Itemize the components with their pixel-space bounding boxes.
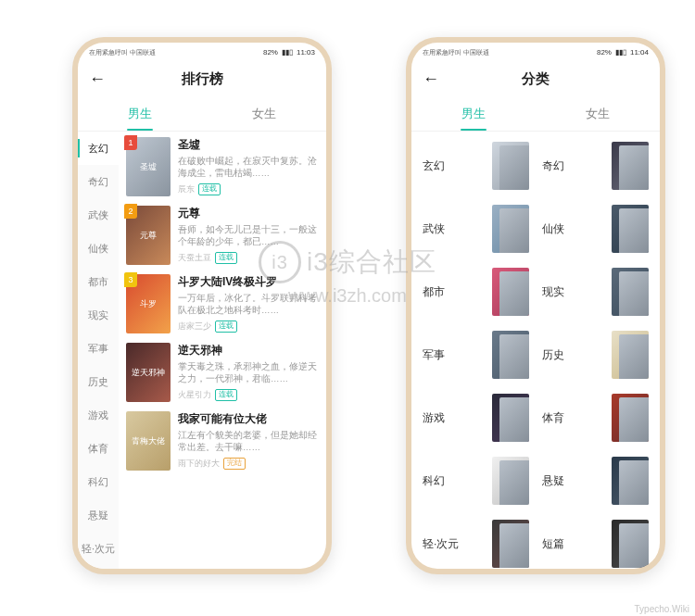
rank-badge: 3 [124, 272, 137, 287]
rank-item[interactable]: 青梅大佬 我家可能有位大佬 江左有个貌美的老婆，但是她却经常出差。去干嘛…… 雨… [126, 411, 319, 471]
category-label: 悬疑 [542, 473, 604, 489]
side-cat-item[interactable]: 仙侠 [78, 232, 119, 265]
category-cell[interactable]: 现实 [542, 267, 649, 317]
category-thumb [612, 268, 649, 316]
tab-male[interactable]: 男生 [411, 96, 536, 131]
category-cell[interactable]: 都市 [423, 267, 529, 317]
side-cat-item[interactable]: 玄幻 [78, 132, 119, 165]
tab-male[interactable]: 男生 [78, 96, 202, 131]
screen-left: 在用紧急呼叫 中国联通 82% ▮▮▯ 11:03 ← 排行榜 男生 女生 玄幻… [78, 43, 326, 569]
book-status-tag: 连载 [215, 252, 237, 263]
book-cover-wrap: 1 圣墟 [126, 137, 171, 196]
category-thumb [612, 142, 649, 190]
book-meta: 唐家三少 连载 [178, 321, 319, 333]
category-label: 玄幻 [423, 158, 485, 174]
screen-right: 在用紧急呼叫 中国联通 82% ▮▮▯ 11:04 ← 分类 男生 女生 玄幻 … [411, 43, 660, 569]
rank-item[interactable]: 2 元尊 元尊 吾师，如今无儿已是十三，一般这个年龄的少年，都已…… 天蚕土豆 … [126, 206, 319, 265]
category-thumb [492, 268, 529, 316]
book-author: 天蚕土豆 [178, 252, 211, 264]
category-thumb [612, 331, 649, 379]
category-cell[interactable]: 军事 [423, 330, 529, 380]
book-info: 我家可能有位大佬 江左有个貌美的老婆，但是她却经常出差。去干嘛…… 雨下的好大 … [178, 411, 319, 471]
book-desc: 掌天毒之珠，承邪神之血，修逆天之力，一代邪神，君临…… [178, 361, 319, 385]
category-label: 轻·次元 [423, 536, 485, 552]
category-cell[interactable]: 武侠 [423, 204, 529, 254]
side-cat-item[interactable]: 轻·次元 [78, 532, 119, 565]
category-thumb [492, 520, 529, 568]
phone-mock-right: 在用紧急呼叫 中国联通 82% ▮▮▯ 11:04 ← 分类 男生 女生 玄幻 … [406, 37, 665, 574]
side-cat-item[interactable]: 悬疑 [78, 498, 119, 532]
footer-credit: Typecho.Wiki [635, 604, 689, 614]
book-author: 火星引力 [178, 389, 211, 401]
category-label: 军事 [423, 347, 485, 363]
tab-female[interactable]: 女生 [202, 96, 326, 131]
category-label: 历史 [542, 347, 604, 363]
category-cell[interactable]: 科幻 [423, 456, 529, 506]
side-cat-item[interactable]: 游戏 [78, 398, 119, 432]
category-cell[interactable]: 短篇 [542, 519, 649, 569]
status-carrier: 在用紧急呼叫 中国联通 [89, 49, 156, 56]
back-icon[interactable]: ← [89, 69, 106, 89]
category-label: 科幻 [423, 473, 485, 489]
rank-list[interactable]: 1 圣墟 圣墟 在破败中崛起，在寂灭中复苏。沧海成尘，雷电枯竭…… 辰东 连载 [119, 132, 326, 569]
rank-item[interactable]: 逆天邪神 逆天邪神 掌天毒之珠，承邪神之血，修逆天之力，一代邪神，君临…… 火星… [126, 343, 319, 402]
category-label: 游戏 [423, 410, 485, 426]
phone-mock-left: 在用紧急呼叫 中国联通 82% ▮▮▯ 11:03 ← 排行榜 男生 女生 玄幻… [72, 37, 332, 574]
category-thumb [492, 457, 529, 505]
category-cell[interactable]: 奇幻 [542, 141, 649, 191]
category-cell[interactable]: 体育 [542, 393, 649, 443]
category-cell[interactable]: 仙侠 [542, 204, 649, 254]
book-title: 圣墟 [178, 137, 319, 153]
category-cell[interactable]: 游戏 [423, 393, 529, 443]
rank-item[interactable]: 1 圣墟 圣墟 在破败中崛起，在寂灭中复苏。沧海成尘，雷电枯竭…… 辰东 连载 [126, 137, 319, 196]
book-desc: 在破败中崛起，在寂灭中复苏。沧海成尘，雷电枯竭…… [178, 156, 319, 180]
book-author: 辰东 [178, 183, 195, 195]
category-cell[interactable]: 历史 [542, 330, 649, 380]
category-grid[interactable]: 玄幻 奇幻 武侠 仙侠 都市 现实 军事 历史 游戏 体育 科幻 悬疑 轻·次元… [411, 132, 660, 569]
status-right: 82% ▮▮▯ 11:03 [263, 48, 315, 57]
side-cat-item[interactable]: 体育 [78, 432, 119, 465]
rank-item[interactable]: 3 斗罗 斗罗大陆IV终极斗罗 一万年后，冰化了。斗罗联邦科考队在极北之地科考时… [126, 274, 319, 333]
category-label: 现实 [542, 284, 604, 300]
status-right: 82% ▮▮▯ 11:04 [597, 48, 649, 57]
category-cell[interactable]: 轻·次元 [423, 519, 529, 569]
book-desc: 江左有个貌美的老婆，但是她却经常出差。去干嘛…… [178, 430, 319, 454]
category-thumb [612, 520, 649, 568]
status-time: 11:03 [297, 48, 315, 57]
side-cat-item[interactable]: 历史 [78, 365, 119, 398]
category-label: 奇幻 [542, 158, 604, 174]
side-cat-item[interactable]: 武侠 [78, 198, 119, 232]
rank-body: 玄幻 奇幻 武侠 仙侠 都市 现实 军事 历史 游戏 体育 科幻 悬疑 轻·次元… [78, 132, 326, 569]
status-bar: 在用紧急呼叫 中国联通 82% ▮▮▯ 11:03 [78, 43, 326, 61]
tab-female[interactable]: 女生 [536, 96, 660, 131]
book-cover: 青梅大佬 [126, 411, 171, 471]
side-cat-item[interactable]: 现实 [78, 298, 119, 332]
gender-tabs: 男生 女生 [78, 96, 326, 132]
side-category-list: 玄幻 奇幻 武侠 仙侠 都市 现实 军事 历史 游戏 体育 科幻 悬疑 轻·次元 [78, 132, 119, 569]
side-cat-item[interactable]: 都市 [78, 265, 119, 298]
status-carrier: 在用紧急呼叫 中国联通 [423, 49, 489, 56]
book-cover: 逆天邪神 [126, 343, 171, 402]
category-thumb [492, 142, 529, 190]
category-thumb [612, 457, 649, 505]
page-title: 排行榜 [78, 70, 326, 88]
book-status-tag: 连载 [215, 389, 237, 400]
category-label: 仙侠 [542, 221, 604, 237]
book-author: 唐家三少 [178, 321, 211, 333]
book-info: 逆天邪神 掌天毒之珠，承邪神之血，修逆天之力，一代邪神，君临…… 火星引力 连载 [178, 343, 319, 402]
gender-tabs: 男生 女生 [411, 96, 660, 132]
book-desc: 吾师，如今无儿已是十三，一般这个年龄的少年，都已…… [178, 224, 319, 248]
side-cat-item[interactable]: 军事 [78, 332, 119, 365]
header: ← 分类 [411, 61, 660, 96]
status-battery: 82% [597, 48, 612, 57]
category-cell[interactable]: 悬疑 [542, 456, 649, 506]
back-icon[interactable]: ← [423, 69, 439, 89]
category-thumb [492, 205, 529, 253]
book-cover-wrap: 3 斗罗 [126, 274, 171, 333]
side-cat-item[interactable]: 奇幻 [78, 165, 119, 198]
status-battery: 82% [263, 48, 278, 57]
side-cat-item[interactable]: 科幻 [78, 465, 119, 498]
category-label: 武侠 [423, 221, 485, 237]
book-status-tag: 连载 [198, 183, 221, 195]
category-cell[interactable]: 玄幻 [423, 141, 529, 191]
